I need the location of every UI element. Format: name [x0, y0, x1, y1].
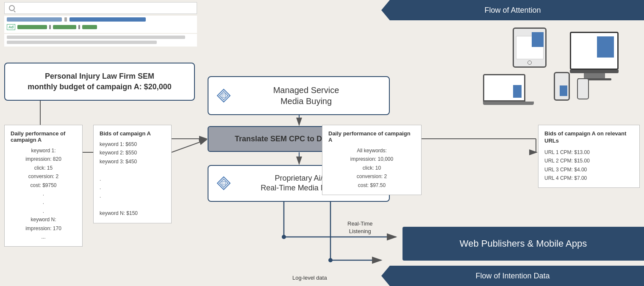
- right-perf-content: All keywords: impression: 10,000 click: …: [328, 146, 415, 190]
- laptop-device: [483, 74, 534, 105]
- dot-right: [328, 258, 333, 262]
- ad-bar-3: [82, 25, 97, 29]
- monitor-stand-mid: [584, 73, 605, 78]
- search-bar[interactable]: [4, 2, 197, 14]
- right-bids-content: URL 1 CPM: $13.00 URL 2 CPM: $15.00 URL …: [544, 148, 633, 183]
- perf-left-content: keyword 1: impression: 820 click: 15 con…: [11, 146, 76, 241]
- small-phone-icon: [577, 78, 589, 99]
- laptop-blue-block: [513, 85, 522, 98]
- web-publishers-banner: Web Publishers & Mobile Apps: [402, 227, 644, 261]
- phone-blue-block: [560, 85, 567, 96]
- monitor-blue-block: [597, 36, 614, 58]
- ad-bar-1: [17, 25, 47, 29]
- right-bids-box: Bids of campaign A on relevant URLs URL …: [538, 125, 640, 188]
- ad-bar-2: [53, 25, 76, 29]
- ad-row: Ad: [7, 23, 194, 31]
- dot-left: [282, 235, 286, 239]
- tablet-icon: [513, 28, 547, 68]
- bids-left-box: Bids of campaign A keyword 1: $650 keywo…: [93, 125, 172, 223]
- perf-left-title: Daily performance of campaign A: [11, 130, 76, 143]
- result-lines: [4, 34, 197, 47]
- managed-service-box: Managed Service Media Buying: [208, 76, 390, 115]
- bids-left-content: keyword 1: $650 keyword 2: $550 keyword …: [100, 140, 165, 218]
- phone-icon: [554, 72, 570, 101]
- ai-diamond-icon: [216, 176, 231, 191]
- right-bids-title: Bids of campaign A on relevant URLs: [544, 130, 633, 145]
- search-mockup: Ad: [4, 2, 197, 47]
- laptop-base: [483, 102, 534, 105]
- tablet-blue-overlay: [532, 32, 544, 47]
- flow-attention-banner: Flow of Attention: [381, 0, 644, 20]
- diamond-icon: [216, 88, 231, 103]
- log-level-label: Log-level data: [292, 275, 327, 281]
- bids-left-title: Bids of campaign A: [100, 130, 165, 137]
- perf-left-box: Daily performance of campaign A keyword …: [4, 125, 83, 247]
- diagram-container: Ad Personal Injury Law Firm SEM monthly …: [0, 0, 644, 286]
- result-sep: [64, 17, 67, 22]
- flow-intention-text: Flow of Intention Data: [475, 272, 550, 280]
- search-results-bar: Ad: [4, 16, 197, 33]
- devices-group: [381, 23, 631, 114]
- campaign-box: Personal Injury Law Firm SEM monthly bud…: [4, 63, 195, 101]
- real-time-label: Real-Time Listening: [347, 220, 372, 235]
- ad-badge: Ad: [7, 24, 15, 30]
- managed-service-text: Managed Service Media Buying: [232, 85, 380, 107]
- laptop-screen: [483, 74, 525, 102]
- result-bar-2: [69, 17, 146, 22]
- small-phone-device: [577, 78, 589, 99]
- right-perf-box: Daily performance of campaign A All keyw…: [322, 125, 422, 195]
- result-bar-1: [7, 17, 62, 22]
- flow-intention-banner: Flow of Intention Data: [381, 266, 644, 286]
- monitor-device: [570, 32, 619, 80]
- flow-attention-text: Flow of Attention: [484, 6, 541, 15]
- phone-device: [554, 72, 570, 101]
- campaign-box-text: Personal Injury Law Firm SEM monthly bud…: [14, 71, 186, 92]
- search-icon: [9, 5, 15, 11]
- tablet-device: [513, 28, 547, 68]
- right-perf-title: Daily performance of campaign A: [328, 130, 415, 143]
- web-publishers-text: Web Publishers & Mobile Apps: [460, 238, 587, 249]
- arrow-bids-to-translate: [172, 140, 207, 152]
- monitor-icon: [570, 32, 619, 70]
